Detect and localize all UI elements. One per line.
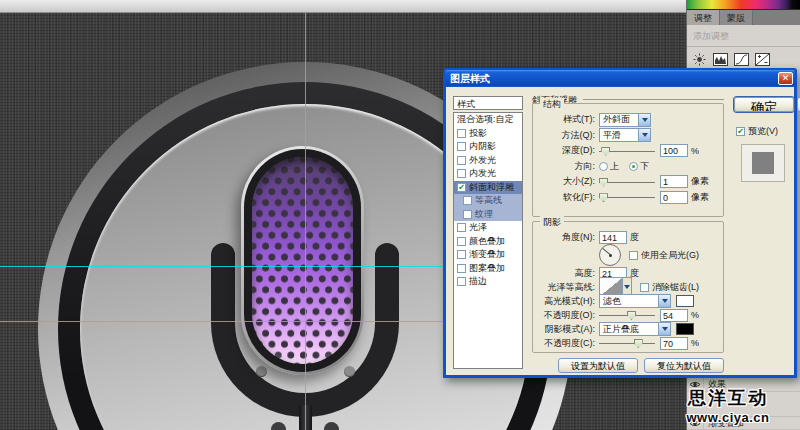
- global-light-checkbox[interactable]: [629, 251, 638, 260]
- photoshop-workspace: 调整 蒙版 添加调整: [0, 0, 800, 430]
- shadow-mode-select[interactable]: 正片叠底: [599, 322, 671, 336]
- highlight-opacity-slider[interactable]: [599, 310, 655, 320]
- ok-button[interactable]: 确定: [734, 97, 794, 112]
- angle-row: 角度(N): 141 度: [533, 230, 723, 244]
- direction-down-radio[interactable]: [629, 162, 638, 171]
- highlight-opacity-input[interactable]: 54: [660, 309, 688, 322]
- list-item-outer-glow[interactable]: 外发光: [454, 154, 522, 168]
- exposure-icon[interactable]: [755, 53, 770, 66]
- shadow-color-swatch[interactable]: [676, 323, 694, 335]
- checkbox[interactable]: [457, 250, 466, 259]
- list-item-color-overlay[interactable]: 颜色叠加: [454, 235, 522, 249]
- tab-adjustments[interactable]: 调整: [687, 10, 720, 25]
- angle-unit: 度: [630, 231, 639, 244]
- checkbox[interactable]: [463, 196, 472, 205]
- preview-label: 预览(V): [748, 125, 778, 138]
- checkbox[interactable]: [457, 156, 466, 165]
- checkbox[interactable]: [457, 223, 466, 232]
- shadow-mode-row: 阴影模式(A): 正片叠底: [533, 322, 723, 336]
- options-bar: [0, 0, 687, 13]
- checkbox[interactable]: [457, 169, 466, 178]
- angle-input[interactable]: 141: [599, 231, 627, 244]
- checkbox[interactable]: [457, 264, 466, 273]
- checkbox[interactable]: [457, 129, 466, 138]
- item-label: 描边: [469, 275, 487, 288]
- item-label: 光泽: [469, 221, 487, 234]
- list-item-inner-glow[interactable]: 内发光: [454, 167, 522, 181]
- size-input[interactable]: 1: [660, 175, 688, 188]
- global-light-label: 使用全局光(G): [641, 249, 699, 262]
- curves-icon[interactable]: [734, 53, 749, 66]
- guide-vertical[interactable]: [305, 13, 306, 430]
- chevron-down-icon[interactable]: [638, 114, 650, 126]
- structure-group-label: 结构: [540, 98, 564, 111]
- antialias-checkbox[interactable]: [640, 283, 649, 292]
- checkbox[interactable]: [457, 142, 466, 151]
- preview-swatch-color: [752, 152, 774, 174]
- list-item-gradient-overlay[interactable]: 渐变叠加: [454, 248, 522, 262]
- list-item-inner-shadow[interactable]: 内阴影: [454, 140, 522, 154]
- technique-value: 平滑: [600, 129, 624, 142]
- brightness-contrast-icon[interactable]: [692, 53, 707, 66]
- preview-checkbox[interactable]: ✔: [736, 127, 745, 136]
- depth-slider[interactable]: [599, 146, 655, 156]
- watermark: 思洋互动 www.ciya.cn: [666, 386, 790, 425]
- checkbox-checked[interactable]: ✔: [457, 183, 466, 192]
- soften-slider[interactable]: [599, 192, 655, 202]
- technique-select[interactable]: 平滑: [599, 128, 651, 142]
- item-label: 等高线: [475, 194, 502, 207]
- shadow-mode-label: 阴影模式(A):: [537, 323, 595, 336]
- chevron-down-icon[interactable]: [658, 323, 670, 335]
- direction-label: 方向:: [537, 160, 595, 173]
- shading-group: 阴影 角度(N): 141 度 使用全局光(G): [532, 221, 724, 353]
- shadow-opacity-slider[interactable]: [599, 338, 655, 348]
- reset-default-button[interactable]: 复位为默认值: [644, 358, 724, 373]
- structure-group: 结构 样式(T): 外斜面 方法(Q): 平滑: [532, 103, 724, 217]
- size-slider[interactable]: [599, 177, 655, 187]
- gloss-contour-row: 光泽等高线: 消除锯齿(L): [533, 280, 723, 294]
- direction-up-label: 上: [610, 160, 619, 173]
- soften-input[interactable]: 0: [660, 191, 688, 204]
- checkbox[interactable]: [463, 210, 472, 219]
- angle-dial[interactable]: [599, 244, 621, 266]
- chevron-down-icon[interactable]: [658, 295, 670, 307]
- list-item-satin[interactable]: 光泽: [454, 221, 522, 235]
- checkbox[interactable]: [457, 237, 466, 246]
- add-adjustment-label: 添加调整: [687, 25, 800, 43]
- list-item-blending-options[interactable]: 混合选项:自定: [454, 113, 522, 127]
- set-default-button[interactable]: 设置为默认值: [558, 358, 638, 373]
- highlight-mode-select[interactable]: 滤色: [599, 294, 671, 308]
- direction-down-label: 下: [640, 160, 649, 173]
- altitude-label: 高度:: [537, 267, 595, 280]
- list-item-stroke[interactable]: 描边: [454, 275, 522, 289]
- levels-icon[interactable]: [713, 53, 728, 66]
- dialog-titlebar[interactable]: 图层样式 ✕: [445, 70, 795, 87]
- highlight-color-swatch[interactable]: [676, 295, 694, 307]
- list-item-bevel-emboss[interactable]: ✔ 斜面和浮雕: [454, 181, 522, 195]
- tab-masks[interactable]: 蒙版: [720, 10, 753, 25]
- chevron-down-icon[interactable]: [638, 129, 650, 141]
- list-item-texture[interactable]: 纹理: [454, 208, 522, 222]
- list-item-contour[interactable]: 等高线: [454, 194, 522, 208]
- bevel-style-select[interactable]: 外斜面: [599, 113, 651, 127]
- item-label: 内阴影: [469, 140, 496, 153]
- depth-input[interactable]: 100: [660, 144, 688, 157]
- checkbox[interactable]: [457, 277, 466, 286]
- shadow-opacity-input[interactable]: 70: [660, 337, 688, 350]
- cancel-button[interactable]: 取消: [797, 97, 800, 112]
- color-ramp[interactable]: [687, 0, 800, 10]
- soften-unit: 像素: [691, 191, 709, 204]
- item-label: 斜面和浮雕: [469, 181, 514, 194]
- bevel-style-row: 样式(T): 外斜面: [533, 112, 723, 128]
- list-item-pattern-overlay[interactable]: 图案叠加: [454, 262, 522, 276]
- bevel-style-label: 样式(T):: [537, 113, 595, 126]
- bevel-style-value: 外斜面: [600, 113, 633, 126]
- styles-header[interactable]: 样式: [453, 96, 523, 110]
- size-unit: 像素: [691, 175, 709, 188]
- item-label: 外发光: [469, 154, 496, 167]
- angle-label: 角度(N):: [537, 231, 595, 244]
- list-item-drop-shadow[interactable]: 投影: [454, 127, 522, 141]
- highlight-opacity-unit: %: [691, 310, 699, 320]
- direction-up-radio[interactable]: [599, 162, 608, 171]
- close-icon[interactable]: ✕: [778, 72, 793, 85]
